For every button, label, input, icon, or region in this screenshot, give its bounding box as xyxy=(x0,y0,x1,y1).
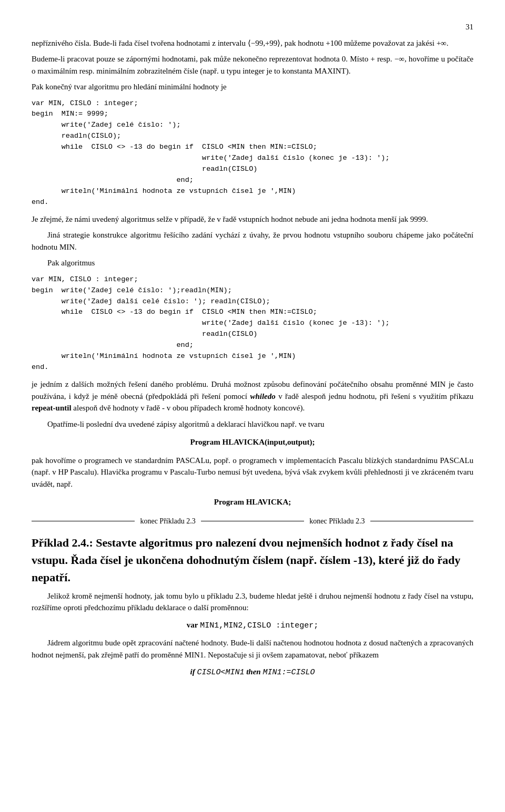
divider-row: konec Příkladu 2.3 konec Příkladu 2.3 xyxy=(32,516,473,527)
paragraph-1: nepříznivého čísla. Bude-li řada čísel t… xyxy=(32,37,473,49)
example-heading: Příklad 2.4.: Sestavte algoritmus pro na… xyxy=(32,534,473,586)
var-declaration: var MIN1,MIN2,CISLO :integer; xyxy=(32,619,473,632)
code-block-2: var MIN, CISLO : integer; begin write('Z… xyxy=(32,274,473,373)
paragraph-6: Pak algoritmus xyxy=(32,257,473,269)
paragraph-jelikoz: Jelikož kromě nejmenší hodnoty, jak tomu… xyxy=(32,590,473,614)
paragraph-9: pak hovoříme o programech ve standardním… xyxy=(32,455,473,490)
divider-text-left: konec Příkladu 2.3 xyxy=(140,516,195,527)
program-heading-2: Program HLAVICKA; xyxy=(32,496,473,508)
page-number: 31 xyxy=(32,21,473,33)
paragraph-5: Jiná strategie konstrukce algoritmu řeší… xyxy=(32,229,473,253)
program-heading-1: Program HLAVICKA(input,output); xyxy=(32,436,473,448)
paragraph-3: Pak konečný tvar algoritmu pro hledání m… xyxy=(32,81,473,93)
paragraph-jadrem: Jádrem algoritmu bude opět zpracování na… xyxy=(32,637,473,661)
divider-text-right: konec Příkladu 2.3 xyxy=(309,516,365,527)
paragraph-8: Opatříme-li poslední dva uvedené zápisy … xyxy=(32,418,473,430)
paragraph-4: Je zřejmé, že námi uvedený algoritmus se… xyxy=(32,213,473,225)
code-block-1: var MIN, CISLO : integer; begin MIN:= 99… xyxy=(32,98,473,208)
divider-line-left xyxy=(32,521,135,521)
paragraph-2: Budeme-li pracovat pouze se zápornými ho… xyxy=(32,53,473,77)
if-statement: if CISLO<MIN1 then MIN1:=CISLO xyxy=(32,666,473,679)
divider-line-mid xyxy=(201,521,304,521)
divider-line-right xyxy=(370,521,473,521)
paragraph-7: je jedním z dalších možných řešení danéh… xyxy=(32,378,473,414)
